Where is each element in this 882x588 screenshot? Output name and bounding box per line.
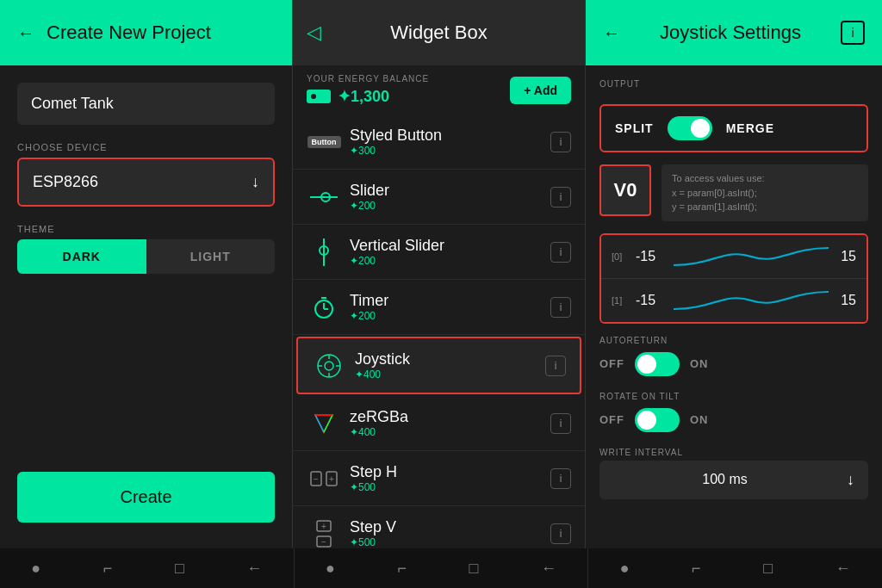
- svg-text:+: +: [329, 474, 334, 484]
- widget-item[interactable]: Vertical Slider ✦200 i: [293, 225, 585, 280]
- widget-cost: ✦200: [350, 310, 550, 322]
- merge-label: MERGE: [726, 121, 774, 135]
- toggle-knob: [691, 119, 710, 138]
- svg-line-17: [315, 415, 324, 432]
- theme-light-button[interactable]: LIGHT: [146, 239, 276, 274]
- widget-icon-timer: [307, 295, 341, 319]
- bottom-nav-section-1: ● ⌐ □ ←: [0, 548, 294, 588]
- widget-info: Joystick ✦400: [355, 350, 545, 381]
- widget-name: zeRGBa: [350, 408, 550, 426]
- widget-item[interactable]: Slider ✦200 i: [293, 170, 585, 225]
- widget-info-icon[interactable]: i: [550, 523, 571, 544]
- widget-cost: ✦200: [350, 255, 550, 267]
- nav-recent-icon-3[interactable]: ⌐: [692, 560, 701, 578]
- v0-box: V0: [599, 164, 651, 216]
- autoreturn-section: AUTORETURN OFF ON: [599, 336, 868, 380]
- v0-info-text-3: y = param[1].asInt();: [672, 200, 858, 214]
- widget-icon-steph: − +: [307, 468, 341, 489]
- theme-dark-button[interactable]: DARK: [17, 239, 146, 274]
- bottom-nav: ● ⌐ □ ← ● ⌐ □ ← ● ⌐ □ ←: [0, 548, 882, 588]
- rotate-tilt-toggle-row: OFF ON: [599, 405, 868, 436]
- autoreturn-toggle[interactable]: [635, 352, 680, 376]
- widget-info: Vertical Slider ✦200: [350, 237, 550, 267]
- widget-item[interactable]: Timer ✦200 i: [293, 280, 585, 335]
- svg-rect-0: [307, 91, 328, 102]
- panel1-back-button[interactable]: ←: [17, 23, 34, 43]
- nav-back-icon[interactable]: ←: [246, 560, 262, 578]
- rotate-off-label: OFF: [599, 413, 624, 426]
- range-row-0: [0] -15 15: [601, 235, 866, 278]
- svg-point-2: [311, 94, 316, 99]
- panel3-title: Joystick Settings: [660, 22, 801, 44]
- panel1-title: Create New Project: [47, 22, 211, 44]
- energy-bar: YOUR ENERGY BALANCE ✦1,300 + Add: [293, 65, 585, 115]
- add-energy-button[interactable]: + Add: [510, 77, 571, 104]
- interval-chevron-icon: ↓: [847, 471, 854, 489]
- nav-home-icon-3[interactable]: □: [763, 560, 773, 578]
- widget-item[interactable]: + − Step V ✦500 i: [293, 506, 585, 548]
- nav-recent-icon-2[interactable]: ⌐: [397, 560, 407, 578]
- widget-box-panel: ◁ Widget Box YOUR ENERGY BALANCE ✦1,300: [293, 0, 586, 548]
- panel2-title: Widget Box: [390, 22, 488, 44]
- panel3-back-button[interactable]: ←: [603, 23, 620, 43]
- device-name: ESP8266: [33, 173, 98, 191]
- split-merge-toggle[interactable]: [668, 116, 712, 140]
- widget-info-icon[interactable]: i: [550, 187, 571, 207]
- device-section: CHOOSE DEVICE ESP8266 ↓: [17, 142, 275, 207]
- range-curve-1: [674, 288, 829, 313]
- widget-info-icon[interactable]: i: [550, 297, 571, 318]
- theme-buttons: DARK LIGHT: [17, 239, 275, 274]
- panel3-info-button[interactable]: i: [841, 21, 865, 45]
- nav-home-icon[interactable]: □: [175, 560, 184, 578]
- nav-home-icon-2[interactable]: □: [469, 560, 479, 578]
- nav-dot-icon-2[interactable]: ●: [326, 560, 335, 578]
- widget-cost: ✦500: [350, 536, 550, 548]
- widget-item[interactable]: Button Styled Button ✦300 i: [293, 115, 585, 170]
- widget-info-icon[interactable]: i: [550, 132, 571, 152]
- widget-name: Step V: [350, 518, 550, 536]
- autoreturn-off-label: OFF: [599, 357, 624, 370]
- panel2-header: ◁ Widget Box: [293, 0, 585, 65]
- widget-info: Step H ✦500: [350, 463, 550, 493]
- nav-dot-icon-3[interactable]: ●: [620, 560, 630, 578]
- nav-recent-icon[interactable]: ⌐: [103, 560, 113, 578]
- split-merge-row: SPLIT MERGE: [599, 104, 868, 152]
- output-label: OUTPUT: [599, 79, 868, 89]
- widget-info-icon[interactable]: i: [550, 468, 571, 489]
- joystick-settings-panel: ← Joystick Settings i OUTPUT SPLIT MERGE…: [586, 0, 882, 548]
- range-row-1: [1] -15 15: [601, 278, 866, 322]
- widget-name: Timer: [350, 292, 550, 310]
- widget-item[interactable]: − + Step H ✦500 i: [293, 451, 585, 506]
- panel2-back-button[interactable]: ◁: [307, 22, 321, 44]
- widget-icon-button: Button: [307, 136, 341, 148]
- widget-info: Step V ✦500: [350, 518, 550, 548]
- widget-cost: ✦400: [350, 426, 550, 438]
- v0-info-text-1: To access values use:: [672, 171, 858, 186]
- chevron-down-icon: ↓: [252, 173, 259, 191]
- range-min-1: -15: [636, 293, 667, 308]
- project-name-input[interactable]: [17, 83, 275, 125]
- svg-point-12: [325, 362, 333, 370]
- widget-info-icon[interactable]: i: [550, 413, 571, 434]
- energy-amount: ✦1,300: [338, 87, 389, 106]
- rotate-tilt-label: ROTATE ON TILT: [599, 392, 868, 401]
- nav-back-icon-3[interactable]: ←: [835, 560, 851, 578]
- widget-item-joystick[interactable]: Joystick ✦400 i: [296, 337, 581, 394]
- widget-info-icon[interactable]: i: [545, 356, 566, 376]
- range-index-0: [0]: [612, 251, 629, 262]
- panel3-header: ← Joystick Settings i: [586, 0, 882, 65]
- nav-dot-icon[interactable]: ●: [31, 560, 40, 578]
- widget-info-icon[interactable]: i: [550, 242, 571, 263]
- widget-icon-slider: [307, 190, 341, 204]
- rotate-tilt-toggle[interactable]: [635, 408, 680, 432]
- interval-selector[interactable]: 100 ms ↓: [599, 461, 868, 499]
- create-button[interactable]: Create: [17, 472, 275, 523]
- range-min-0: -15: [636, 249, 667, 264]
- range-index-1: [1]: [612, 295, 629, 306]
- widget-cost: ✦500: [350, 481, 550, 493]
- widget-info: Slider ✦200: [350, 182, 550, 212]
- widget-item[interactable]: zeRGBa ✦400 i: [293, 396, 585, 451]
- range-max-1: 15: [835, 293, 856, 308]
- nav-back-icon-2[interactable]: ←: [541, 560, 556, 578]
- device-selector[interactable]: ESP8266 ↓: [17, 158, 275, 207]
